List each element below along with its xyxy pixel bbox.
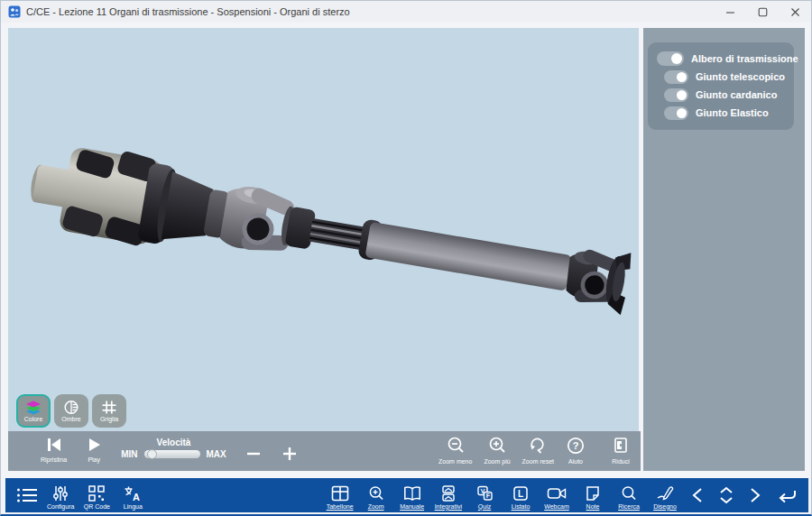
zoom-in-button[interactable]: Zoom più — [484, 436, 510, 465]
chevron-left-icon[interactable] — [691, 487, 704, 503]
view-button-label: Colore — [24, 416, 43, 422]
toolbar-label: Ricerca — [618, 503, 640, 510]
toolbar-label: Webcam — [544, 503, 569, 510]
titlebar: C/CE - Lezione 11 Organi di trasmissione… — [1, 1, 811, 23]
close-icon — [790, 7, 800, 17]
reduce-label: Riduci — [612, 458, 629, 465]
toolbar-right-group: Tabellone Zoom Manuale — [327, 482, 678, 510]
magnifier-minus-icon — [446, 436, 466, 456]
magnifier-plus-icon — [368, 485, 384, 502]
minimize-icon — [725, 7, 735, 17]
stacked-images-icon — [440, 485, 457, 502]
color-layers-icon — [25, 400, 42, 415]
toolbar-label: Configura — [47, 503, 74, 510]
toolbar-button-webcam[interactable]: Webcam — [543, 482, 570, 510]
layer-label: Giunto Elastico — [696, 107, 787, 118]
app-window: C/CE - Lezione 11 Organi di trasmissione… — [0, 0, 812, 516]
speed-min-label: MIN — [121, 449, 137, 459]
view-option-buttons: Colore Ombre Griglia — [16, 394, 126, 428]
zoom-in-label: Zoom più — [484, 458, 510, 465]
window-controls — [714, 1, 811, 23]
maximize-button[interactable] — [746, 1, 779, 23]
minimize-button[interactable] — [714, 1, 746, 23]
side-column: Albero di trasmissione Giunto telescopic… — [643, 28, 805, 471]
table-icon — [331, 485, 349, 502]
decrease-button[interactable] — [245, 445, 263, 463]
toolbar-button-note[interactable]: Note — [579, 482, 606, 510]
layer-toggle-albero[interactable] — [657, 51, 684, 66]
chevron-right-icon[interactable] — [749, 487, 761, 503]
toolbar-button-tabellone[interactable]: Tabellone — [327, 482, 354, 510]
note-page-icon — [585, 485, 601, 502]
toolbar-label: Note — [586, 503, 600, 510]
layer-label: Albero di trasmissione — [691, 53, 798, 64]
toolbar-button-ricerca[interactable]: Ricerca — [615, 482, 642, 510]
increase-button[interactable] — [281, 445, 299, 463]
reduce-button[interactable]: Riduci — [612, 436, 630, 465]
toolbar-button-manuale[interactable]: Manuale — [399, 482, 426, 510]
toolbar-button-zoom[interactable]: Zoom — [363, 482, 390, 510]
layer-toggle-cardanico[interactable] — [664, 88, 688, 102]
view-button-colore[interactable]: Colore — [16, 394, 51, 428]
magnifier-plus-icon — [487, 436, 507, 456]
view-button-griglia[interactable]: Griglia — [92, 394, 126, 428]
toolbar-nav-group — [691, 486, 798, 504]
toolbar-button-lingua[interactable]: A Lingua — [119, 482, 146, 510]
menu-list-button[interactable] — [16, 486, 38, 504]
layer-row-parent: Albero di trasmissione — [657, 50, 787, 68]
viewport-3d[interactable]: Colore Ombre Griglia — [8, 28, 639, 431]
window-title: C/CE - Lezione 11 Organi di trasmissione… — [26, 6, 350, 17]
layer-row: Giunto cardanico — [657, 86, 787, 104]
toolbar-button-qr-code[interactable]: QR Code — [83, 482, 110, 510]
toolbar-left-group: Configura QR Code A Li — [47, 482, 146, 510]
toolbar-label: Manuale — [400, 503, 424, 510]
question-icon: ? — [566, 436, 586, 456]
video-camera-icon — [547, 485, 567, 502]
toolbar-button-disegno[interactable]: Disegno — [651, 482, 678, 510]
list-icon — [16, 486, 38, 504]
toggle-knob — [677, 108, 687, 118]
layer-label: Giunto telescopico — [696, 71, 787, 82]
layer-toggle-telescopico[interactable] — [664, 70, 688, 84]
exit-panel-icon — [612, 436, 630, 456]
close-button[interactable] — [779, 1, 811, 23]
play-icon — [85, 436, 103, 454]
zoom-reset-button[interactable]: Zoom reset — [522, 436, 554, 465]
speed-title: Velocità — [157, 438, 191, 447]
toolbar-label: Tabellone — [327, 503, 354, 510]
zoom-out-label: Zoom meno — [438, 458, 472, 465]
play-button[interactable]: Play — [85, 436, 103, 463]
zoom-reset-label: Zoom reset — [522, 458, 554, 465]
speed-max-label: MAX — [207, 449, 226, 459]
shading-sphere-icon — [63, 400, 79, 415]
speed-slider-knob[interactable] — [147, 449, 157, 459]
chevron-up-down-icon[interactable] — [718, 486, 734, 504]
toolbar-button-integrativi[interactable]: Integrativi — [435, 482, 462, 510]
help-button[interactable]: ? Aiuto — [566, 436, 586, 465]
playback-bar: Ripristina Play Velocità MIN MAX — [8, 431, 641, 471]
playback-left-group: Ripristina Play Velocità MIN MAX — [41, 436, 299, 463]
sliders-icon — [51, 485, 69, 502]
restart-label: Ripristina — [41, 456, 67, 463]
toolbar-label: QR Code — [84, 503, 110, 510]
help-label: Aiuto — [568, 458, 583, 465]
app-icon — [8, 5, 21, 18]
playback-right-group: Zoom meno Zoom più Zoom reset — [438, 436, 630, 465]
qr-code-icon — [88, 485, 105, 502]
zoom-out-button[interactable]: Zoom meno — [438, 436, 472, 465]
view-button-ombre[interactable]: Ombre — [54, 394, 88, 428]
driveshaft-3d-model[interactable] — [8, 28, 639, 431]
toolbar-button-listato[interactable]: L Listato — [507, 482, 534, 510]
restart-button[interactable]: Ripristina — [41, 436, 67, 463]
return-arrow-icon[interactable] — [776, 487, 798, 503]
layer-row: Giunto telescopico — [657, 68, 787, 86]
reset-arrow-icon — [528, 436, 548, 456]
speed-control: Velocità MIN MAX — [121, 449, 226, 459]
book-icon — [403, 485, 421, 502]
speed-slider[interactable] — [144, 450, 200, 458]
layer-row: Giunto Elastico — [657, 104, 787, 122]
layer-toggle-elastico[interactable] — [664, 106, 688, 120]
toolbar-button-configura[interactable]: Configura — [47, 482, 74, 510]
toolbar-button-quiz[interactable]: V F Quiz — [471, 482, 498, 510]
quiz-cards-icon: V F — [475, 485, 494, 502]
